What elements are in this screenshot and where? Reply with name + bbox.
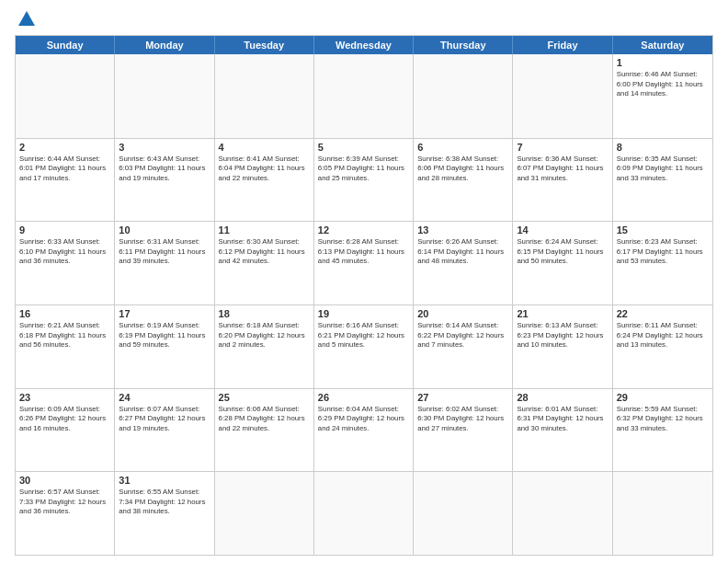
day-info: Sunrise: 6:26 AM Sunset: 6:14 PM Dayligh… — [417, 237, 508, 267]
weekday-header-wednesday: Wednesday — [314, 36, 414, 54]
day-info: Sunrise: 6:16 AM Sunset: 6:21 PM Dayligh… — [318, 321, 409, 350]
day-number: 3 — [119, 142, 210, 153]
day-info: Sunrise: 6:02 AM Sunset: 6:30 PM Dayligh… — [417, 405, 508, 434]
weekday-header-saturday: Saturday — [613, 36, 712, 54]
calendar-cell-2-0: 9Sunrise: 6:33 AM Sunset: 6:10 PM Daylig… — [16, 222, 115, 304]
calendar-cell-2-2: 11Sunrise: 6:30 AM Sunset: 6:12 PM Dayli… — [215, 222, 314, 304]
day-info: Sunrise: 6:55 AM Sunset: 7:34 PM Dayligh… — [119, 488, 210, 517]
day-info: Sunrise: 5:59 AM Sunset: 6:32 PM Dayligh… — [617, 405, 709, 434]
calendar-cell-4-1: 24Sunrise: 6:07 AM Sunset: 6:27 PM Dayli… — [115, 389, 214, 472]
day-info: Sunrise: 6:46 AM Sunset: 6:00 PM Dayligh… — [617, 70, 709, 99]
calendar-cell-1-0: 2Sunrise: 6:44 AM Sunset: 6:01 PM Daylig… — [16, 139, 115, 222]
day-number: 31 — [119, 475, 210, 486]
day-info: Sunrise: 6:31 AM Sunset: 6:11 PM Dayligh… — [119, 237, 210, 267]
day-info: Sunrise: 6:04 AM Sunset: 6:29 PM Dayligh… — [318, 405, 409, 434]
day-info: Sunrise: 6:23 AM Sunset: 6:17 PM Dayligh… — [617, 237, 709, 267]
day-number: 27 — [417, 392, 508, 403]
calendar-cell-4-3: 26Sunrise: 6:04 AM Sunset: 6:29 PM Dayli… — [314, 389, 414, 472]
calendar-cell-4-4: 27Sunrise: 6:02 AM Sunset: 6:30 PM Dayli… — [414, 389, 513, 472]
day-info: Sunrise: 6:38 AM Sunset: 6:06 PM Dayligh… — [417, 155, 508, 184]
day-number: 29 — [617, 392, 709, 403]
day-number: 30 — [19, 475, 110, 486]
day-number: 28 — [517, 392, 608, 403]
calendar-cell-0-1 — [115, 54, 214, 138]
calendar-cell-1-1: 3Sunrise: 6:43 AM Sunset: 6:03 PM Daylig… — [115, 139, 214, 222]
day-number: 7 — [517, 142, 608, 153]
day-info: Sunrise: 6:18 AM Sunset: 6:20 PM Dayligh… — [219, 321, 310, 350]
calendar-cell-0-4 — [414, 54, 513, 138]
day-number: 13 — [417, 224, 508, 236]
day-info: Sunrise: 6:30 AM Sunset: 6:12 PM Dayligh… — [219, 237, 310, 267]
calendar-body: 1Sunrise: 6:46 AM Sunset: 6:00 PM Daylig… — [16, 54, 712, 555]
calendar-cell-0-3 — [314, 54, 414, 138]
calendar-cell-2-3: 12Sunrise: 6:28 AM Sunset: 6:13 PM Dayli… — [314, 222, 414, 304]
calendar: SundayMondayTuesdayWednesdayThursdayFrid… — [15, 35, 713, 556]
calendar-cell-3-5: 21Sunrise: 6:13 AM Sunset: 6:23 PM Dayli… — [513, 305, 612, 388]
calendar-cell-2-4: 13Sunrise: 6:26 AM Sunset: 6:14 PM Dayli… — [414, 222, 513, 304]
calendar-cell-5-6 — [613, 472, 712, 555]
calendar-cell-4-2: 25Sunrise: 6:06 AM Sunset: 6:28 PM Dayli… — [215, 389, 314, 472]
weekday-header-sunday: Sunday — [16, 36, 115, 54]
day-number: 8 — [617, 142, 709, 153]
calendar-cell-5-0: 30Sunrise: 6:57 AM Sunset: 7:33 PM Dayli… — [16, 472, 115, 555]
calendar-cell-3-4: 20Sunrise: 6:14 AM Sunset: 6:22 PM Dayli… — [414, 305, 513, 388]
calendar-cell-5-3 — [314, 472, 414, 555]
day-info: Sunrise: 6:06 AM Sunset: 6:28 PM Dayligh… — [219, 405, 310, 434]
calendar-cell-3-6: 22Sunrise: 6:11 AM Sunset: 6:24 PM Dayli… — [613, 305, 712, 388]
day-number: 25 — [219, 392, 310, 403]
day-info: Sunrise: 6:28 AM Sunset: 6:13 PM Dayligh… — [318, 237, 409, 267]
day-number: 1 — [617, 57, 709, 68]
calendar-cell-3-2: 18Sunrise: 6:18 AM Sunset: 6:20 PM Dayli… — [215, 305, 314, 388]
calendar-cell-1-4: 6Sunrise: 6:38 AM Sunset: 6:06 PM Daylig… — [414, 139, 513, 222]
logo-triangle-icon — [18, 11, 35, 26]
day-info: Sunrise: 6:43 AM Sunset: 6:03 PM Dayligh… — [119, 155, 210, 184]
calendar-cell-5-4 — [414, 472, 513, 555]
day-number: 20 — [417, 308, 508, 319]
day-number: 11 — [219, 224, 310, 236]
calendar-row-4: 23Sunrise: 6:09 AM Sunset: 6:26 PM Dayli… — [16, 388, 712, 472]
day-info: Sunrise: 6:21 AM Sunset: 6:18 PM Dayligh… — [19, 321, 110, 350]
day-info: Sunrise: 6:57 AM Sunset: 7:33 PM Dayligh… — [19, 488, 110, 517]
calendar-cell-0-2 — [215, 54, 314, 138]
day-info: Sunrise: 6:09 AM Sunset: 6:26 PM Dayligh… — [19, 405, 110, 434]
day-number: 9 — [19, 224, 110, 236]
day-number: 23 — [19, 392, 110, 403]
logo — [15, 11, 35, 28]
weekday-header-thursday: Thursday — [414, 36, 513, 54]
calendar-cell-1-5: 7Sunrise: 6:36 AM Sunset: 6:07 PM Daylig… — [513, 139, 612, 222]
weekday-header-friday: Friday — [513, 36, 612, 54]
calendar-cell-5-2 — [215, 472, 314, 555]
day-info: Sunrise: 6:44 AM Sunset: 6:01 PM Dayligh… — [19, 155, 110, 184]
day-info: Sunrise: 6:41 AM Sunset: 6:04 PM Dayligh… — [219, 155, 310, 184]
calendar-cell-4-0: 23Sunrise: 6:09 AM Sunset: 6:26 PM Dayli… — [16, 389, 115, 472]
weekday-header-monday: Monday — [115, 36, 214, 54]
calendar-cell-3-3: 19Sunrise: 6:16 AM Sunset: 6:21 PM Dayli… — [314, 305, 414, 388]
day-info: Sunrise: 6:07 AM Sunset: 6:27 PM Dayligh… — [119, 405, 210, 434]
calendar-cell-3-1: 17Sunrise: 6:19 AM Sunset: 6:19 PM Dayli… — [115, 305, 214, 388]
calendar-cell-1-6: 8Sunrise: 6:35 AM Sunset: 6:09 PM Daylig… — [613, 139, 712, 222]
calendar-cell-5-5 — [513, 472, 612, 555]
day-number: 12 — [318, 224, 409, 236]
calendar-cell-1-3: 5Sunrise: 6:39 AM Sunset: 6:05 PM Daylig… — [314, 139, 414, 222]
calendar-cell-3-0: 16Sunrise: 6:21 AM Sunset: 6:18 PM Dayli… — [16, 305, 115, 388]
day-info: Sunrise: 6:14 AM Sunset: 6:22 PM Dayligh… — [417, 321, 508, 350]
day-number: 14 — [517, 224, 608, 236]
day-info: Sunrise: 6:11 AM Sunset: 6:24 PM Dayligh… — [617, 321, 709, 350]
day-number: 4 — [219, 142, 310, 153]
day-number: 6 — [417, 142, 508, 153]
day-number: 22 — [617, 308, 709, 319]
calendar-cell-1-2: 4Sunrise: 6:41 AM Sunset: 6:04 PM Daylig… — [215, 139, 314, 222]
weekday-header-tuesday: Tuesday — [215, 36, 314, 54]
day-number: 24 — [119, 392, 210, 403]
day-number: 21 — [517, 308, 608, 319]
calendar-cell-4-6: 29Sunrise: 5:59 AM Sunset: 6:32 PM Dayli… — [613, 389, 712, 472]
day-info: Sunrise: 6:33 AM Sunset: 6:10 PM Dayligh… — [19, 237, 110, 267]
calendar-cell-4-5: 28Sunrise: 6:01 AM Sunset: 6:31 PM Dayli… — [513, 389, 612, 472]
day-info: Sunrise: 6:13 AM Sunset: 6:23 PM Dayligh… — [517, 321, 608, 350]
calendar-cell-0-6: 1Sunrise: 6:46 AM Sunset: 6:00 PM Daylig… — [613, 54, 712, 138]
day-info: Sunrise: 6:39 AM Sunset: 6:05 PM Dayligh… — [318, 155, 409, 184]
calendar-row-2: 9Sunrise: 6:33 AM Sunset: 6:10 PM Daylig… — [16, 221, 712, 304]
day-number: 15 — [617, 224, 709, 236]
calendar-cell-5-1: 31Sunrise: 6:55 AM Sunset: 7:34 PM Dayli… — [115, 472, 214, 555]
day-number: 17 — [119, 308, 210, 319]
